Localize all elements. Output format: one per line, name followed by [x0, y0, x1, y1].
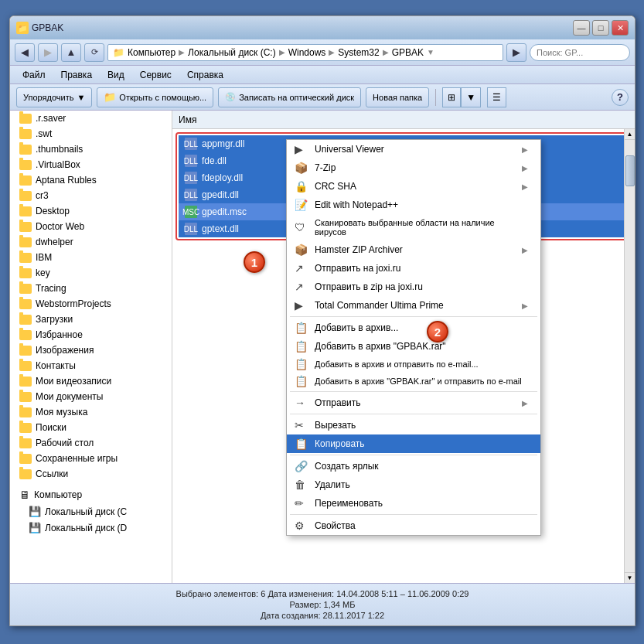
sidebar-item-aptana[interactable]: Aptana Rubles [10, 172, 172, 188]
sidebar-label: Сохраненные игры [36, 453, 118, 464]
sidebar-label: Загрузки [36, 314, 73, 325]
sidebar-item-drive-c[interactable]: 💾 Локальный диск (C [10, 503, 172, 520]
sidebar-item-virtualbox[interactable]: .VirtualBox [10, 157, 172, 172]
path-folder-icon: 📁 [113, 47, 124, 58]
sidebar-item-desktop2[interactable]: Рабочий стол [10, 435, 172, 451]
ctx-delete[interactable]: 🗑 Удалить [287, 475, 540, 494]
burn-button[interactable]: 💿 Записать на оптический диск [218, 87, 361, 107]
ctx-rename[interactable]: ✏ Переименовать [287, 494, 540, 513]
path-arrow-2: ▶ [279, 48, 285, 56]
ctx-hamster[interactable]: 📦 Hamster ZIP Archiver ▶ [287, 240, 540, 259]
ctx-add-rar[interactable]: 📋 Добавить в архив "GPBAK.rar" [287, 337, 540, 356]
maximize-button[interactable]: □ [592, 20, 609, 36]
back-button[interactable]: ◀ [15, 43, 35, 62]
ctx-properties[interactable]: ⚙ Свойства [287, 516, 540, 535]
scroll-up-button[interactable]: ▲ [625, 129, 635, 140]
ctx-icon-notepad: 📝 [295, 199, 308, 211]
sidebar-item-searches[interactable]: Поиски [10, 420, 172, 435]
scroll-down-button[interactable]: ▼ [625, 572, 635, 583]
refresh-button[interactable]: ⟳ [84, 43, 104, 62]
ctx-add-archive[interactable]: 📋 Добавить в архив... [287, 319, 540, 337]
open-with-button[interactable]: 📁 Открыть с помощью... [97, 87, 213, 107]
sidebar-item-savedgames[interactable]: Сохраненные игры [10, 451, 172, 466]
sidebar-item-favorites[interactable]: Избранное [10, 327, 172, 342]
sidebar-item-images[interactable]: Изображения [10, 342, 172, 358]
sidebar-label: dwhelper [36, 237, 73, 247]
sidebar-item-music[interactable]: Моя музыка [10, 404, 172, 420]
file-name: fdeploy.dll [202, 172, 243, 183]
sidebar-item-links[interactable]: Ссылки [10, 466, 172, 482]
sidebar-item-key[interactable]: key [10, 265, 172, 281]
ctx-notepad[interactable]: 📝 Edit with Notepad++ [287, 196, 540, 214]
up-button[interactable]: ▲ [61, 43, 81, 62]
ctx-crc-sha[interactable]: 🔒 CRC SHA ▶ [287, 177, 540, 196]
new-folder-button[interactable]: Новая папка [366, 87, 429, 107]
sidebar-item-contacts[interactable]: Контакты [10, 358, 172, 373]
menu-file[interactable]: Файл [16, 68, 52, 82]
ctx-universal-viewer[interactable]: ▶ Universal Viewer ▶ [287, 140, 540, 158]
close-button[interactable]: ✕ [612, 20, 629, 36]
ctx-icon-7zip: 📦 [295, 162, 308, 174]
menu-service[interactable]: Сервис [134, 68, 178, 82]
details-view-button[interactable]: ☰ [487, 87, 506, 107]
views-arrow[interactable]: ▼ [461, 87, 481, 107]
ctx-icon-add-rar: 📋 [295, 340, 308, 353]
sidebar-item-videos[interactable]: Мои видеозаписи [10, 373, 172, 389]
menu-view[interactable]: Вид [101, 68, 131, 82]
ctx-label: CRC SHA [315, 181, 356, 192]
ctx-copy[interactable]: 📋 Копировать [287, 434, 540, 453]
sidebar-item-thumbnails[interactable]: .thumbnails [10, 141, 172, 157]
sidebar-item-dwhelper[interactable]: dwhelper [10, 234, 172, 250]
ctx-cut[interactable]: ✂ Вырезать [287, 416, 540, 434]
ctx-joxi-zip[interactable]: ↗ Отправить в zip на joxi.ru [287, 278, 540, 296]
sidebar-item-downloads[interactable]: Загрузки [10, 312, 172, 327]
scroll-thumb[interactable] [625, 155, 635, 186]
address-path[interactable]: 📁 Компьютер ▶ Локальный диск (C:) ▶ Wind… [107, 44, 503, 61]
search-box[interactable]: 🔍 [530, 44, 630, 61]
ctx-separator-4 [290, 455, 537, 455]
minimize-button[interactable]: — [573, 20, 590, 36]
organize-button[interactable]: Упорядочить ▼ [16, 87, 92, 107]
status-line3: Дата создания: 28.11.2017 1:22 [261, 611, 384, 620]
sidebar-item-ibm[interactable]: IBM [10, 250, 172, 265]
ctx-7zip[interactable]: 📦 7-Zip ▶ [287, 158, 540, 177]
ctx-add-email[interactable]: 📋 Добавить в архив и отправить по e-mail… [287, 356, 540, 373]
scrollbar-vertical[interactable]: ▲ ▼ [624, 129, 635, 583]
ctx-total-commander[interactable]: ▶ Total Commander Ultima Prime ▶ [287, 296, 540, 315]
sidebar-item-computer[interactable]: 🖥 Компьютер [10, 486, 172, 503]
views-button[interactable]: ⊞ [442, 87, 461, 107]
sidebar-item-cr3[interactable]: cr3 [10, 188, 172, 203]
sidebar-item-documents[interactable]: Мои документы [10, 389, 172, 404]
status-line1: Выбрано элементов: 6 Дата изменения: 14.… [176, 589, 469, 598]
sidebar-item-tracing[interactable]: Tracing [10, 281, 172, 296]
ctx-arrow-icon: ▶ [522, 246, 528, 254]
path-arrow-5: ▼ [427, 48, 434, 56]
sidebar-item-drive-d[interactable]: 💾 Локальный диск (D [10, 520, 172, 536]
forward-button[interactable]: ▶ [38, 43, 58, 62]
path-computer: Компьютер [128, 47, 175, 58]
ctx-add-rar-email[interactable]: 📋 Добавить в архив "GPBAK.rar" и отправи… [287, 373, 540, 390]
ctx-send[interactable]: → Отправить ▶ [287, 394, 540, 412]
file-name: gpedit.msc [202, 206, 247, 217]
path-go-button[interactable]: ▶ [506, 43, 526, 62]
folder-icon [19, 392, 32, 402]
folder-icon [19, 114, 32, 124]
menu-help[interactable]: Справка [181, 68, 230, 82]
ctx-scan-virus[interactable]: 🛡 Сканировать выбранные области на налич… [287, 214, 540, 240]
ctx-icon-send: → [295, 397, 305, 409]
sidebar-item-desktop[interactable]: Desktop [10, 203, 172, 219]
ctx-joxi[interactable]: ↗ Отправить на joxi.ru [287, 259, 540, 278]
ctx-icon-add-email: 📋 [295, 358, 308, 370]
ctx-create-shortcut[interactable]: 🔗 Создать ярлык [287, 457, 540, 475]
title-bar: 📁 GPBAK — □ ✕ [10, 16, 635, 39]
help-button[interactable]: ? [612, 89, 629, 106]
sidebar-item-doctor-web[interactable]: Doctor Web [10, 219, 172, 234]
sidebar-item-rsaver[interactable]: .r.saver [10, 111, 172, 126]
menu-edit[interactable]: Правка [55, 68, 99, 82]
search-input[interactable] [537, 48, 643, 57]
sidebar-item-webstorm[interactable]: WebstormProjects [10, 296, 172, 312]
ctx-icon-universal: ▶ [295, 143, 303, 155]
sidebar-item-swt[interactable]: .swt [10, 126, 172, 141]
ctx-icon-props: ⚙ [295, 520, 305, 532]
ctx-label: Отправить в zip на joxi.ru [315, 281, 423, 292]
